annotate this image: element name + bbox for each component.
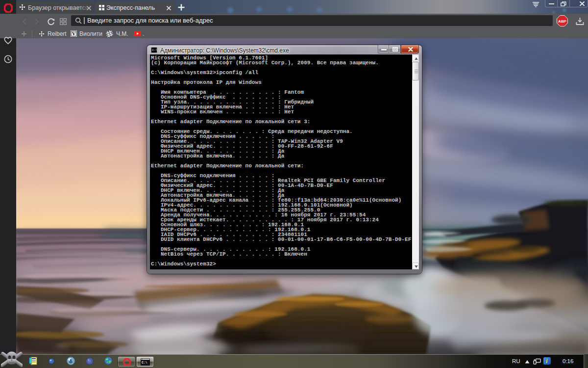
svg-text:ABP: ABP: [558, 19, 567, 24]
svg-text:V: V: [72, 31, 76, 36]
svg-text:C:\: C:\: [142, 361, 147, 365]
